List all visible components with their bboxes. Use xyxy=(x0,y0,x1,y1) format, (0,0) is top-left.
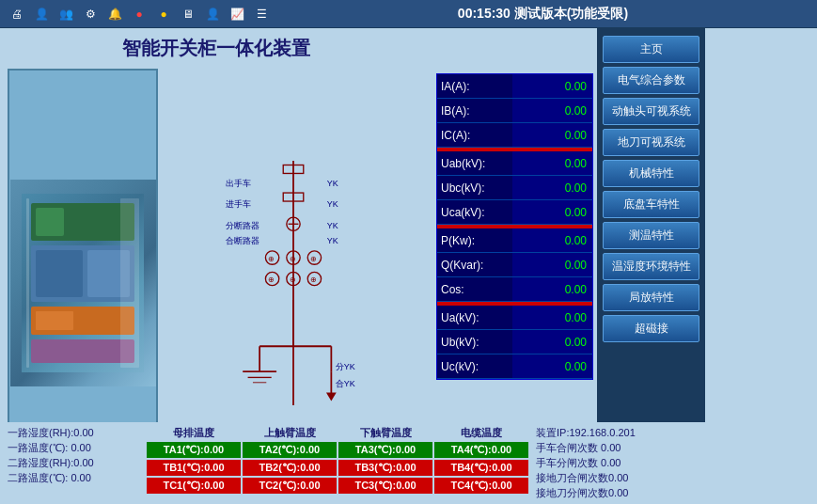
svg-text:⊕: ⊕ xyxy=(310,254,317,262)
settings-icon[interactable]: ⚙ xyxy=(81,5,100,24)
nav-button-mechanical[interactable]: 机械特性 xyxy=(603,160,699,187)
nav-button-super-magnet[interactable]: 超磁接 xyxy=(603,315,699,342)
nav-button-temp[interactable]: 测温特性 xyxy=(603,222,699,249)
temp-1-label: 一路温度(℃): 0.00 xyxy=(8,441,139,455)
tc1-value: TC1(℃):0.00 xyxy=(147,478,241,494)
menu-icon[interactable]: ☰ xyxy=(252,5,271,24)
svg-text:YK: YK xyxy=(327,235,338,244)
svg-text:⊕: ⊕ xyxy=(268,254,275,262)
tc3-value: TC3(℃):0.00 xyxy=(338,478,432,494)
label-q: Q(Kvar): xyxy=(437,253,512,276)
bottom-left-info: 一路湿度(RH):0.00 一路温度(℃): 0.00 二路湿度(RH):0.0… xyxy=(8,426,139,500)
label-uc: Uc(kV): xyxy=(437,354,512,378)
svg-text:⊕: ⊕ xyxy=(290,254,296,262)
measurement-row-uab: Uab(kV): 0.00 xyxy=(437,151,592,176)
svg-text:分断路器: 分断路器 xyxy=(226,220,259,229)
ta3-value: TA3(℃):0.00 xyxy=(338,442,432,458)
car-close-count: 手车合闸次数 0.00 xyxy=(536,441,724,455)
svg-text:YK: YK xyxy=(327,178,338,187)
header-cable: 电缆温度 xyxy=(434,426,528,440)
svg-text:分YK: 分YK xyxy=(336,362,355,371)
tb4-value: TB4(℃):0.00 xyxy=(434,460,528,476)
nav-button-local-discharge[interactable]: 局放特性 xyxy=(603,284,699,311)
toolbar-title: 00:15:30 测试版本(功能受限) xyxy=(276,6,809,23)
label-ia: IA(A): xyxy=(437,74,512,98)
svg-text:出手车: 出手车 xyxy=(226,178,251,187)
value-cos: 0.00 xyxy=(512,281,592,298)
svg-marker-35 xyxy=(326,392,337,401)
measurement-row-ub: Ub(kV): 0.00 xyxy=(437,330,592,354)
tb3-value: TB3(℃):0.00 xyxy=(338,460,432,476)
value-ic: 0.00 xyxy=(512,127,592,144)
label-ubc: Ubc(kV): xyxy=(437,176,512,199)
measurement-row-ubc: Ubc(kV): 0.00 xyxy=(437,176,592,200)
measurement-row-cos: Cos: 0.00 xyxy=(437,277,592,302)
measurement-row-uca: Uca(kV): 0.00 xyxy=(437,200,592,225)
label-cos: Cos: xyxy=(437,277,512,301)
value-uab: 0.00 xyxy=(512,155,592,172)
svg-text:合YK: 合YK xyxy=(336,379,355,388)
person2-icon[interactable]: 👤 xyxy=(203,5,222,24)
header-mother-bus: 母排温度 xyxy=(147,426,241,440)
circle-red-icon[interactable]: ● xyxy=(130,5,149,24)
chart-icon[interactable]: 📈 xyxy=(228,5,246,24)
label-ib: IB(A): xyxy=(437,99,512,122)
label-uab: Uab(kV): xyxy=(437,151,512,175)
circle-yellow-icon: ● xyxy=(154,5,173,24)
group-icon[interactable]: 👥 xyxy=(56,5,75,24)
measurement-row-ic: IC(A): 0.00 xyxy=(437,123,592,148)
ground-close-count: 接地刀合闸次数0.00 xyxy=(536,471,724,485)
tb-row: TB1(℃):0.00 TB2(℃):0.00 TB3(℃):0.00 TB4(… xyxy=(147,460,528,476)
temp-2-label: 二路温度(℃): 0.00 xyxy=(8,471,139,485)
svg-text:YK: YK xyxy=(327,199,338,209)
value-uc: 0.00 xyxy=(512,358,592,375)
label-ub: Ub(kV): xyxy=(437,330,512,354)
label-ua: Ua(kV): xyxy=(437,306,512,329)
ground-open-count: 接地刀分闸次数0.00 xyxy=(536,486,724,500)
value-p: 0.00 xyxy=(512,232,592,249)
value-ub: 0.00 xyxy=(512,334,592,351)
monitor-icon[interactable]: 🖥 xyxy=(179,5,197,24)
printer-icon[interactable]: 🖨 xyxy=(8,5,26,24)
nav-button-electric-params[interactable]: 电气综合参数 xyxy=(603,67,699,94)
temp-headers: 母排温度 上触臂温度 下触臂温度 电缆温度 xyxy=(147,426,528,440)
svg-text:⊕: ⊕ xyxy=(310,276,317,284)
nav-button-humidity[interactable]: 温湿度环境特性 xyxy=(603,253,699,280)
ta2-value: TA2(℃):0.00 xyxy=(243,442,337,458)
cabinet-illustration xyxy=(10,180,156,386)
temperature-section: 母排温度 上触臂温度 下触臂温度 电缆温度 TA1(℃):0.00 TA2(℃)… xyxy=(147,426,528,500)
nav-button-moving-contact[interactable]: 动触头可视系统 xyxy=(603,98,699,125)
value-uca: 0.00 xyxy=(512,204,592,221)
svg-text:YK: YK xyxy=(327,220,338,229)
nav-button-chassis[interactable]: 底盘车特性 xyxy=(603,191,699,218)
person-icon[interactable]: 👤 xyxy=(32,5,51,24)
label-p: P(Kw): xyxy=(437,228,512,252)
value-ua: 0.00 xyxy=(512,309,592,326)
car-open-count: 手车分闸次数 0.00 xyxy=(536,456,724,470)
measurement-row-ib: IB(A): 0.00 xyxy=(437,99,592,123)
bell-icon[interactable]: 🔔 xyxy=(105,5,124,24)
label-uca: Uca(kV): xyxy=(437,200,512,224)
svg-text:⊕: ⊕ xyxy=(290,276,296,284)
measurement-row-ia: IA(A): 0.00 xyxy=(437,74,592,99)
tc2-value: TC2(℃):0.00 xyxy=(243,478,337,494)
tc4-value: TC4(℃):0.00 xyxy=(434,478,528,494)
header-lower-arm: 下触臂温度 xyxy=(338,426,432,440)
measurement-row-p: P(Kw): 0.00 xyxy=(437,228,592,253)
svg-text:⊕: ⊕ xyxy=(268,276,275,284)
value-ia: 0.00 xyxy=(512,78,592,95)
value-ib: 0.00 xyxy=(512,102,592,119)
measurement-row-q: Q(Kvar): 0.00 xyxy=(437,253,592,277)
humidity-1-label: 一路湿度(RH):0.00 xyxy=(8,426,139,440)
toolbar: 🖨 👤 👥 ⚙ 🔔 ● ● 🖥 👤 📈 ☰ 00:15:30 测试版本(功能受限… xyxy=(0,0,817,28)
nav-button-home[interactable]: 主页 xyxy=(603,36,699,63)
nav-button-ground-knife[interactable]: 地刀可视系统 xyxy=(603,129,699,156)
measurement-table: IA(A): 0.00 IB(A): 0.00 IC(A): 0.00 Uab(… xyxy=(436,73,593,380)
tc-row: TC1(℃):0.00 TC2(℃):0.00 TC3(℃):0.00 TC4(… xyxy=(147,478,528,494)
value-ubc: 0.00 xyxy=(512,180,592,197)
ta1-value: TA1(℃):0.00 xyxy=(147,442,241,458)
measurement-row-ua: Ua(kV): 0.00 xyxy=(437,306,592,330)
svg-text:合断路器: 合断路器 xyxy=(226,235,259,244)
bottom-right-info: 装置IP:192.168.0.201 手车合闸次数 0.00 手车分闸次数 0.… xyxy=(536,426,724,500)
measurement-row-uc: Uc(kV): 0.00 xyxy=(437,354,592,379)
